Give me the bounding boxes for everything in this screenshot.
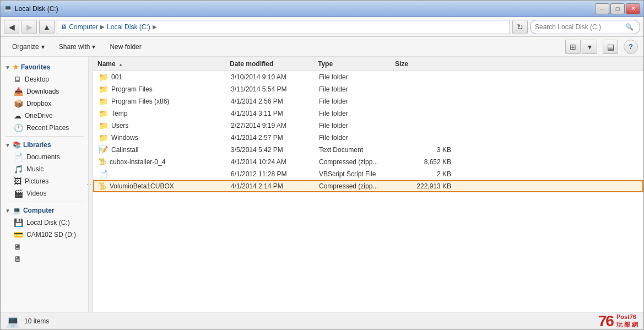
- table-row[interactable]: 📝 CalInstall 3/5/2014 5:42 PM Text Docum…: [93, 144, 643, 156]
- onedrive-icon: ☁: [14, 111, 21, 120]
- maximize-button[interactable]: □: [610, 3, 625, 14]
- sidebar-item-pictures-label: Pictures: [25, 177, 48, 185]
- computer-label: Computer: [23, 207, 55, 214]
- sidebar-item-localdisk-label: Local Disk (C:): [26, 219, 70, 226]
- computer-icon: 💻: [13, 207, 21, 214]
- sidebar-item-documents-label: Documents: [26, 153, 60, 161]
- sidebar-item-device2[interactable]: 🖥: [1, 253, 88, 265]
- file-name-cell: 📁 001: [99, 73, 231, 82]
- search-bar[interactable]: 🔍: [530, 20, 640, 34]
- sidebar-item-sdcard[interactable]: 💳 CAM102 SD (D:): [1, 229, 88, 241]
- file-name-cell: 📁 Program Files: [99, 85, 231, 94]
- sidebar-item-downloads[interactable]: 📥 Downloads: [1, 85, 88, 98]
- table-row[interactable]: 📁 Windows 4/1/2014 2:57 PM File folder: [93, 132, 643, 144]
- file-date-cell: 2/27/2014 9:19 AM: [231, 122, 319, 129]
- preview-pane-button[interactable]: ▤: [603, 40, 618, 54]
- sidebar: ▼ ★ Favorites 🖥 Desktop 📥 Downloads 📦 Dr…: [1, 57, 89, 312]
- search-icon: 🔍: [625, 23, 634, 31]
- libraries-section[interactable]: ▼ 📚 Libraries: [1, 139, 88, 151]
- col-date-header[interactable]: Date modified: [230, 60, 318, 68]
- view-dropdown-button[interactable]: ▾: [582, 40, 597, 54]
- table-row[interactable]: 📄 6/1/2012 11:28 PM VBScript Script File…: [93, 168, 643, 180]
- sidebar-item-onedrive[interactable]: ☁ OneDrive: [1, 110, 88, 122]
- forward-button[interactable]: ▶: [21, 20, 37, 34]
- sidebar-item-music[interactable]: 🎵 Music: [1, 163, 88, 175]
- share-with-label: Share with: [59, 43, 90, 51]
- favorites-label: Favorites: [21, 63, 50, 71]
- new-folder-label: New folder: [110, 43, 141, 51]
- table-row[interactable]: 📁 Program Files 3/11/2014 5:54 PM File f…: [93, 83, 643, 95]
- music-icon: 🎵: [14, 165, 23, 174]
- file-type-cell: Compressed (zipp...: [319, 158, 396, 166]
- file-type-cell: File folder: [319, 110, 396, 117]
- sidebar-item-desktop[interactable]: 🖥 Desktop: [1, 73, 88, 85]
- sidebar-sep1: [5, 136, 84, 137]
- sidebar-item-desktop-label: Desktop: [25, 75, 49, 83]
- table-row[interactable]: 📁 Users 2/27/2014 9:19 AM File folder: [93, 120, 643, 132]
- favorites-section[interactable]: ▼ ★ Favorites: [1, 61, 88, 73]
- close-button[interactable]: ✕: [626, 3, 640, 14]
- breadcrumb-bar[interactable]: 🖥 Computer ▶ Local Disk (C:) ▶: [57, 20, 510, 34]
- file-name-cell: 📁 Windows: [99, 133, 231, 142]
- table-row[interactable]: 🗜 VolumioBeta1CUBOX 4/1/2014 2:14 PM Com…: [93, 180, 643, 192]
- up-button[interactable]: ▲: [39, 20, 55, 34]
- sidebar-sep2: [5, 202, 84, 202]
- file-size-cell: 3 KB: [396, 146, 451, 154]
- share-with-button[interactable]: Share with ▾: [53, 39, 102, 55]
- sidebar-item-documents[interactable]: 📄 Documents: [1, 151, 88, 163]
- table-row[interactable]: 📁 001 3/10/2014 9:10 AM File folder: [93, 71, 643, 83]
- sidebar-item-videos[interactable]: 🎬 Videos: [1, 187, 88, 199]
- folder-icon: 📁: [99, 73, 108, 82]
- file-name-cell: 📁 Temp: [99, 109, 231, 118]
- refresh-button[interactable]: ↻: [512, 20, 528, 34]
- folder-icon: 📁: [99, 133, 108, 142]
- share-with-arrow-icon: ▾: [92, 43, 95, 51]
- file-date-cell: 3/5/2014 5:42 PM: [231, 146, 319, 154]
- file-type-cell: File folder: [319, 134, 396, 142]
- sidebar-item-onedrive-label: OneDrive: [25, 112, 53, 120]
- breadcrumb-localdisk[interactable]: Local Disk (C:): [107, 23, 150, 31]
- new-folder-button[interactable]: New folder: [104, 39, 147, 55]
- organize-button[interactable]: Organize ▾: [6, 39, 51, 55]
- column-headers: Name ▲ Date modified Type Size: [93, 57, 643, 71]
- videos-icon: 🎬: [14, 189, 23, 198]
- title-bar: 💻 Local Disk (C:) ─ □ ✕: [1, 1, 643, 17]
- sidebar-resize-handle[interactable]: ⋮: [89, 57, 93, 312]
- file-date-cell: 6/1/2012 11:28 PM: [231, 170, 319, 178]
- file-name-cell: 🗜 cubox-installer-0_4: [99, 158, 231, 166]
- col-type-header[interactable]: Type: [318, 60, 395, 68]
- sidebar-item-dropbox[interactable]: 📦 Dropbox: [1, 98, 88, 110]
- table-row[interactable]: 📁 Program Files (x86) 4/1/2014 2:56 PM F…: [93, 95, 643, 107]
- col-size-header[interactable]: Size: [395, 60, 450, 68]
- file-name-cell: 📄: [99, 170, 231, 178]
- file-type-cell: File folder: [319, 85, 396, 93]
- sidebar-item-pictures[interactable]: 🖼 Pictures: [1, 175, 88, 187]
- localdisk-icon: 💾: [14, 218, 23, 227]
- help-button[interactable]: ?: [624, 40, 638, 54]
- change-view-button[interactable]: ⊞: [565, 40, 581, 54]
- search-input[interactable]: [535, 23, 623, 31]
- breadcrumb-computer[interactable]: 🖥 Computer: [61, 23, 98, 31]
- status-item-count: 10 items: [24, 317, 49, 325]
- folder-icon: 📁: [99, 97, 108, 106]
- name-sort-icon: ▲: [118, 62, 123, 67]
- favorites-collapse-icon: ▼: [5, 64, 10, 71]
- col-name-header[interactable]: Name ▲: [98, 60, 230, 68]
- content-area: Name ▲ Date modified Type Size 📁: [93, 57, 643, 312]
- table-row[interactable]: 🗜 cubox-installer-0_4 4/1/2014 10:24 AM …: [93, 156, 643, 168]
- favorites-star-icon: ★: [13, 63, 19, 71]
- computer-section[interactable]: ▼ 💻 Computer: [1, 204, 88, 217]
- sidebar-item-localdisk[interactable]: 💾 Local Disk (C:): [1, 217, 88, 229]
- file-date-cell: 3/10/2014 9:10 AM: [231, 73, 319, 81]
- folder-icon: 📁: [99, 85, 108, 94]
- breadcrumb-arrow-end: ▶: [153, 24, 157, 30]
- file-name-cell: 📝 CalInstall: [99, 145, 231, 154]
- status-left: 💻 10 items: [6, 315, 49, 328]
- sidebar-item-device1[interactable]: 🖥: [1, 241, 88, 253]
- minimize-button[interactable]: ─: [595, 3, 609, 14]
- table-row[interactable]: 📁 Temp 4/1/2014 3:11 PM File folder: [93, 107, 643, 120]
- script-icon: 📄: [99, 170, 108, 178]
- file-size-cell: 8,652 KB: [396, 158, 451, 166]
- back-button[interactable]: ◀: [4, 20, 19, 34]
- sidebar-item-recentplaces[interactable]: 🕐 Recent Places: [1, 122, 88, 134]
